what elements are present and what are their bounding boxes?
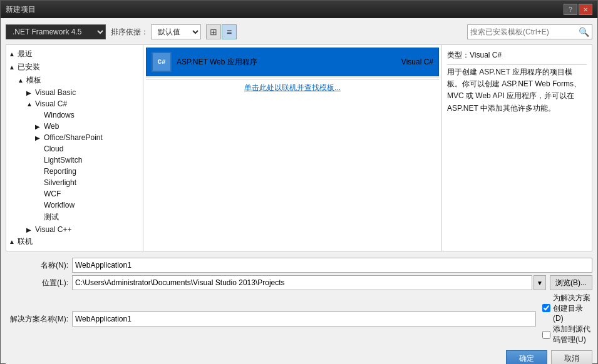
template-panel: C# ASP.NET Web 应用程序 Visual C# 单击此处以联机并查找… [143,44,442,251]
checkbox2[interactable] [542,331,550,339]
checkbox2-label: 添加到源代码管理(U) [553,324,592,345]
lightswitch-label: LightSwitch [44,156,82,164]
web-arrow: ▶ [35,123,44,130]
framework-select[interactable]: .NET Framework 4.5 [6,24,106,39]
close-button[interactable]: ✕ [579,4,592,15]
main-panel: ▲ 最近 ▲ 已安装 ▲ 模板 ▶ Visual Basic [6,44,592,251]
test-label: 测试 [44,212,59,223]
tree-item-workflow[interactable]: Workflow [6,200,143,211]
tree-item-reporting[interactable]: Reporting [6,166,143,177]
tree-panel: ▲ 最近 ▲ 已安装 ▲ 模板 ▶ Visual Basic [6,44,143,251]
tree-item-cloud[interactable]: Cloud [6,143,143,154]
vc-label: Visual C# [35,99,67,108]
search-box: 🔍 [467,24,592,39]
templates-label: 模板 [26,75,41,86]
tree-item-connect[interactable]: ▲ 联机 [6,235,143,248]
help-button[interactable]: ? [564,4,577,15]
vb-label: Visual Basic [35,88,76,97]
bottom-buttons: 确定 取消 [6,348,592,364]
tree-item-office[interactable]: ▶ Office/SharePoint [6,132,143,143]
type-label: 类型：Visual C# [447,50,587,61]
office-arrow: ▶ [35,134,44,141]
tree-item-test[interactable]: 测试 [6,211,143,224]
checkbox1[interactable] [542,304,550,312]
sort-label: 排序依据： [111,27,148,38]
name-row: 名称(N): [6,258,592,273]
vb-arrow: ▶ [26,89,35,96]
solution-label: 解决方案名称(M): [6,314,68,325]
list-view-button[interactable]: ≡ [222,24,237,39]
content-area: .NET Framework 4.5 排序依据： 默认值 ⊞ ≡ 🔍 ▲ [1,18,597,364]
solution-input[interactable] [72,311,536,326]
title-bar-buttons: ? ✕ [564,4,592,15]
silverlight-label: Silverlight [44,178,76,187]
vc-arrow: ▲ [26,101,35,108]
checkbox1-label: 为解决方案创建目录(D) [553,293,592,323]
tree-item-lightswitch[interactable]: LightSwitch [6,154,143,166]
ok-button[interactable]: 确定 [506,350,547,364]
templates-arrow: ▲ [18,77,26,84]
tree-item-vcpp[interactable]: ▶ Visual C++ [6,224,143,235]
tree-item-templates[interactable]: ▲ 模板 [6,74,143,87]
location-row: 位置(L): ▼ 浏览(B)... [6,275,592,290]
template-icon-aspnet: C# [152,52,172,72]
grid-view-button[interactable]: ⊞ [206,24,221,39]
web-label: Web [44,122,59,131]
vcpp-arrow: ▶ [26,226,35,233]
info-panel: 类型：Visual C# 用于创建 ASP.NET 应用程序的项目模板。你可以创… [442,44,592,251]
tree-item-installed[interactable]: ▲ 已安装 [6,61,143,74]
location-dropdown-arrow[interactable]: ▼ [534,275,546,290]
cloud-label: Cloud [44,144,63,153]
tree-item-windows[interactable]: Windows [6,109,143,121]
name-label: 名称(N): [6,260,68,271]
tree-list: ▲ 最近 ▲ 已安装 ▲ 模板 ▶ Visual Basic [6,45,143,251]
vcpp-label: Visual C++ [35,225,71,234]
description-text: 用于创建 ASP.NET 应用程序的项目模板。你可以创建 ASP.NET Web… [447,66,587,114]
tree-item-wcf[interactable]: WCF [6,188,143,200]
dialog-title: 新建项目 [6,4,36,15]
tree-item-silverlight[interactable]: Silverlight [6,177,143,188]
title-bar: 新建项目 ? ✕ [1,1,597,18]
tree-item-vc[interactable]: ▲ Visual C# [6,98,143,109]
recent-arrow: ▲ [9,51,18,58]
recent-label: 最近 [18,49,33,59]
connect-arrow: ▲ [9,238,18,245]
top-bar: .NET Framework 4.5 排序依据： 默认值 ⊞ ≡ 🔍 [6,23,592,41]
link-area: 单击此处以联机并查找模板... [146,79,439,96]
search-icon[interactable]: 🔍 [579,27,589,37]
new-project-dialog: 新建项目 ? ✕ .NET Framework 4.5 排序依据： 默认值 ⊞ … [0,0,598,364]
tree-item-vb[interactable]: ▶ Visual Basic [6,87,143,98]
installed-arrow: ▲ [9,64,18,71]
template-tag-aspnet: Visual C# [401,58,433,66]
view-buttons: ⊞ ≡ [206,24,237,39]
sort-select[interactable]: 默认值 [151,24,201,39]
windows-label: Windows [44,111,75,119]
checkbox2-row[interactable]: 添加到源代码管理(U) [542,324,592,345]
tree-item-recent[interactable]: ▲ 最近 [6,48,143,61]
template-item-aspnet[interactable]: C# ASP.NET Web 应用程序 Visual C# [146,48,439,76]
cancel-button[interactable]: 取消 [551,350,592,364]
bottom-form: 名称(N): 位置(L): ▼ 浏览(B)... 解决方案名称(M): 为解决方… [6,255,592,364]
location-input[interactable] [72,275,532,290]
installed-label: 已安装 [18,62,40,73]
wcf-label: WCF [44,190,61,198]
location-label: 位置(L): [6,278,68,288]
template-name-aspnet: ASP.NET Web 应用程序 [177,57,257,68]
tree-item-web[interactable]: ▶ Web [6,121,143,132]
search-input[interactable] [470,28,579,36]
name-input[interactable] [72,258,592,273]
connect-label: 联机 [18,236,33,247]
solution-row: 解决方案名称(M): 为解决方案创建目录(D) 添加到源代码管理(U) [6,293,592,345]
office-label: Office/SharePoint [44,133,103,142]
workflow-label: Workflow [44,201,75,210]
location-input-wrap: ▼ [72,275,546,290]
checkbox1-row[interactable]: 为解决方案创建目录(D) [542,293,592,323]
reporting-label: Reporting [44,167,76,176]
browse-button[interactable]: 浏览(B)... [550,275,592,290]
online-link[interactable]: 单击此处以联机并查找模板... [244,83,341,92]
